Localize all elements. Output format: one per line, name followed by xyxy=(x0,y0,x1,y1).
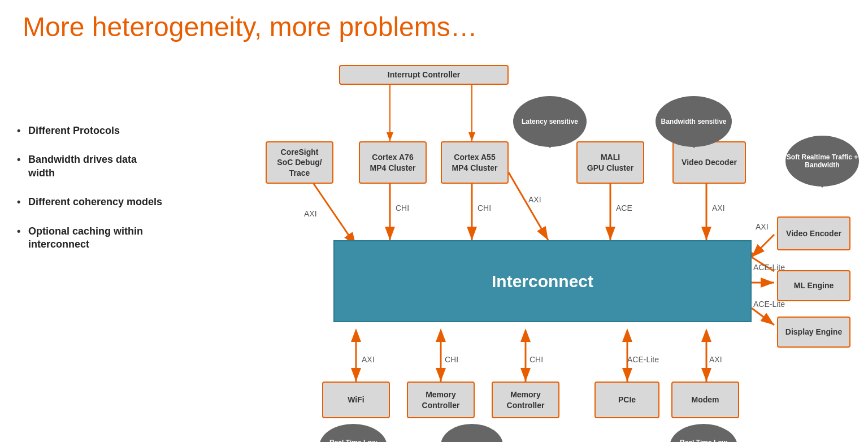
ml-engine-box: ML Engine xyxy=(777,270,850,301)
bullet-2: Bandwidth drives data width xyxy=(17,153,164,180)
bullet-3: Different coherency models xyxy=(17,196,164,209)
display-engine-box: Display Engine xyxy=(777,317,850,348)
wifi-box: WiFi xyxy=(322,382,390,418)
cortex-a76-box: Cortex A76MP4 Cluster xyxy=(359,141,427,184)
svg-line-5 xyxy=(314,184,356,246)
interrupt-controller-box: Interrupt Controller xyxy=(339,65,509,85)
bandwidth-sensitive-bubble: Bandwidth sensitive xyxy=(656,96,732,147)
interconnect-bar: Interconnect xyxy=(333,240,752,322)
proto-axi-modem: AXI xyxy=(709,355,722,364)
proto-ace-mali: ACE xyxy=(616,203,632,213)
memory-ctrl2-box: MemoryController xyxy=(492,382,559,418)
real-time-modem-bubble: Real Time Low Bandwidth xyxy=(670,424,737,442)
soft-rt-top-bubble: Soft Realtime Traffic + Bandwidth xyxy=(785,136,859,187)
coresight-box: CoreSightSoC Debug/Trace xyxy=(266,141,333,184)
proto-chi-a76: CHI xyxy=(396,203,409,213)
video-encoder-box: Video Encoder xyxy=(777,216,850,250)
bullet-1: Different Protocols xyxy=(17,124,164,137)
svg-line-11 xyxy=(752,235,774,257)
latency-sensitive-bubble: Latency sensitive xyxy=(513,96,587,147)
left-panel: Different Protocols Bandwidth drives dat… xyxy=(17,124,164,267)
pcie-box: PCIe xyxy=(594,382,659,418)
proto-axi-a55: AXI xyxy=(528,195,541,204)
proto-chi-a55: CHI xyxy=(478,203,491,213)
svg-line-14 xyxy=(752,308,774,325)
mali-gpu-box: MALIGPU Cluster xyxy=(576,141,644,184)
diagram: Interrupt Controller CoreSightSoC Debug/… xyxy=(164,48,859,432)
svg-line-8 xyxy=(509,172,548,240)
memory-ctrl1-box: MemoryController xyxy=(407,382,475,418)
bullet-4: Optional caching within interconnect xyxy=(17,225,164,252)
proto-ace-lite-pcie: ACE-Lite xyxy=(627,355,659,364)
modem-box: Modem xyxy=(671,382,739,418)
proto-ace-lite-ml: ACE-Lite xyxy=(753,263,785,272)
proto-chi-mc2: CHI xyxy=(530,355,543,364)
bullet-list: Different Protocols Bandwidth drives dat… xyxy=(17,124,164,251)
slide: More heterogeneity, more problems… Diffe… xyxy=(0,0,868,442)
proto-axi-vdec: AXI xyxy=(712,203,725,213)
video-decoder-box: Video Decoder xyxy=(672,141,746,184)
proto-ace-lite-disp: ACE-Lite xyxy=(753,300,785,309)
cortex-a55-box: Cortex A55MP4 Cluster xyxy=(441,141,509,184)
real-time-wifi-bubble: Real Time Low Bandwidth xyxy=(319,424,387,442)
slide-title: More heterogeneity, more problems… xyxy=(23,11,851,42)
proto-axi-coresight: AXI xyxy=(304,209,317,218)
proto-chi-mc1: CHI xyxy=(445,355,458,364)
proto-axi-venc: AXI xyxy=(756,222,769,231)
qos-bubble: QoS, deal with it! xyxy=(441,424,503,442)
proto-axi-wifi: AXI xyxy=(362,355,375,364)
